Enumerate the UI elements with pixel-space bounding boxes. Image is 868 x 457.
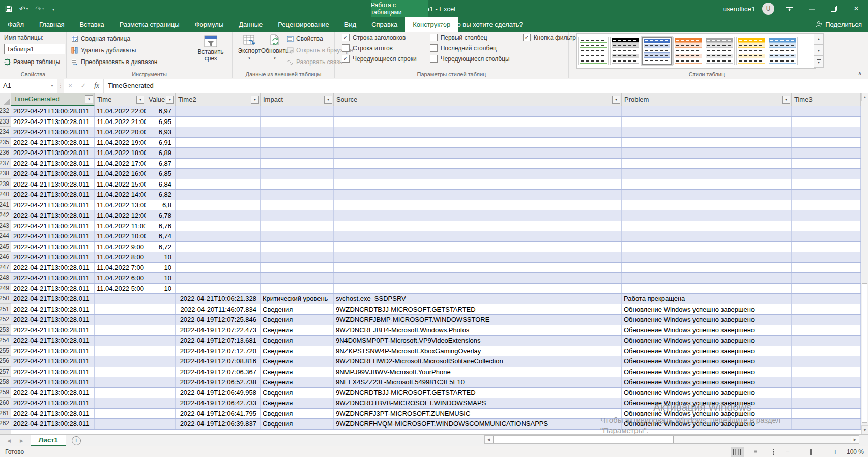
- account-name[interactable]: useroffice1: [723, 5, 755, 13]
- cell-problem-233[interactable]: [622, 117, 792, 127]
- cell-time-233[interactable]: 11.04.2022 21:00: [95, 117, 146, 127]
- total-row-checkbox-icon[interactable]: [342, 44, 350, 52]
- zoom-in-icon[interactable]: +: [833, 448, 837, 456]
- cell-source-240[interactable]: [334, 190, 622, 200]
- cell-value-236[interactable]: 6,89: [146, 148, 176, 158]
- cell-time3-252[interactable]: [792, 315, 861, 325]
- cell-time3-261[interactable]: [792, 409, 861, 419]
- table-style-dark-black[interactable]: [610, 37, 640, 65]
- zoom-slider[interactable]: [794, 452, 829, 452]
- horizontal-scroll-thumb[interactable]: [493, 436, 674, 443]
- cell-tg-248[interactable]: 2022-04-21T13:00:28.011: [11, 273, 95, 283]
- cell-source-236[interactable]: [334, 148, 622, 158]
- cell-time2-248[interactable]: [176, 273, 261, 283]
- page-layout-view-icon[interactable]: [749, 447, 762, 457]
- cell-time2-233[interactable]: [176, 117, 261, 127]
- cell-time-250[interactable]: [95, 294, 146, 304]
- cell-impact-238[interactable]: [261, 169, 334, 179]
- cell-time3-255[interactable]: [792, 346, 861, 356]
- cell-time2-236[interactable]: [176, 148, 261, 158]
- cell-impact-250[interactable]: Критический уровень: [261, 294, 334, 304]
- cell-problem-245[interactable]: [622, 242, 792, 252]
- cell-source-256[interactable]: 9WZDNCRFHWD2-Microsoft.MicrosoftSolitair…: [334, 356, 622, 367]
- redo-button[interactable]: ↷▾: [35, 5, 44, 13]
- row-number-246[interactable]: 246: [0, 252, 11, 262]
- cell-tg-236[interactable]: 2022-04-21T13:00:28.011: [11, 148, 95, 158]
- cell-source-254[interactable]: 9N4D0MSMP0PT-Microsoft.VP9VideoExtension…: [334, 336, 622, 346]
- checkbox-last-column[interactable]: Последний столбец: [430, 44, 510, 52]
- cell-time-237[interactable]: 11.04.2022 17:00: [95, 159, 146, 169]
- cell-value-246[interactable]: 10: [146, 252, 176, 262]
- cell-time-246[interactable]: 11.04.2022 8:00: [95, 252, 146, 262]
- table-style-orange-medium[interactable]: [673, 37, 703, 65]
- cell-source-237[interactable]: [334, 159, 622, 169]
- cell-problem-252[interactable]: Обновление Windows успешно завершено: [622, 315, 792, 325]
- cell-impact-261[interactable]: Сведения: [261, 409, 334, 419]
- cell-impact-255[interactable]: Сведения: [261, 346, 334, 356]
- cell-time3-262[interactable]: [792, 419, 861, 429]
- checkbox-header-row[interactable]: ✓Строка заголовков: [342, 34, 417, 41]
- checkbox-banded-columns[interactable]: Чередующиеся столбцы: [430, 55, 510, 63]
- cell-problem-261[interactable]: Обновление Windows успешно завершено: [622, 409, 792, 419]
- cell-time-254[interactable]: [95, 336, 146, 346]
- cell-tg-262[interactable]: 2022-04-21T13:00:28.011: [11, 419, 95, 429]
- cell-source-245[interactable]: [334, 242, 622, 252]
- close-button[interactable]: ×: [849, 0, 864, 17]
- cell-impact-248[interactable]: [261, 273, 334, 283]
- cell-source-238[interactable]: [334, 169, 622, 179]
- cell-tg-256[interactable]: 2022-04-21T13:00:28.011: [11, 356, 95, 367]
- cell-value-237[interactable]: 6,87: [146, 159, 176, 169]
- cell-time2-253[interactable]: 2022-04-19T12:07:22.473: [176, 325, 261, 336]
- cell-tg-244[interactable]: 2022-04-21T13:00:28.011: [11, 231, 95, 241]
- cell-tg-258[interactable]: 2022-04-21T13:00:28.011: [11, 377, 95, 387]
- cell-source-244[interactable]: [334, 231, 622, 241]
- cell-time2-258[interactable]: 2022-04-19T12:06:52.738: [176, 377, 261, 387]
- column-header-time3[interactable]: Time3: [792, 93, 861, 106]
- sheet-next-icon[interactable]: ▶: [20, 438, 23, 443]
- cell-impact-247[interactable]: [261, 263, 334, 273]
- cell-time2-239[interactable]: [176, 179, 261, 190]
- table-style-green-grid[interactable]: [578, 37, 609, 65]
- cell-time2-255[interactable]: 2022-04-19T12:07:12.720: [176, 346, 261, 356]
- cell-value-234[interactable]: 6,93: [146, 127, 176, 137]
- row-number-242[interactable]: 242: [0, 210, 11, 221]
- cell-time3-233[interactable]: [792, 117, 861, 127]
- cell-tg-242[interactable]: 2022-04-21T13:00:28.011: [11, 210, 95, 221]
- cell-problem-255[interactable]: Обновление Windows успешно завершено: [622, 346, 792, 356]
- cell-time2-251[interactable]: 2022-04-20T11:46:07.834: [176, 304, 261, 315]
- cell-problem-260[interactable]: Обновление Windows успешно завершено: [622, 398, 792, 408]
- cell-problem-241[interactable]: [622, 200, 792, 210]
- header-row-checkbox-icon[interactable]: ✓: [342, 34, 350, 41]
- cell-value-248[interactable]: 10: [146, 273, 176, 283]
- cell-time3-239[interactable]: [792, 179, 861, 190]
- cell-time2-238[interactable]: [176, 169, 261, 179]
- cell-time3-236[interactable]: [792, 148, 861, 158]
- cell-impact-244[interactable]: [261, 231, 334, 241]
- first-column-checkbox-icon[interactable]: [430, 34, 438, 41]
- cell-time-235[interactable]: 11.04.2022 19:00: [95, 138, 146, 148]
- cell-source-249[interactable]: [334, 284, 622, 294]
- row-number-251[interactable]: 251: [0, 304, 11, 315]
- cell-tg-250[interactable]: 2022-04-21T13:00:28.011: [11, 294, 95, 304]
- last-column-checkbox-icon[interactable]: [430, 44, 438, 52]
- cell-value-233[interactable]: 6,95: [146, 117, 176, 127]
- cell-value-259[interactable]: [146, 388, 176, 398]
- row-number-235[interactable]: 235: [0, 138, 11, 148]
- cell-impact-254[interactable]: Сведения: [261, 336, 334, 346]
- cell-time2-240[interactable]: [176, 190, 261, 200]
- cell-time-239[interactable]: 11.04.2022 15:00: [95, 179, 146, 190]
- zoom-level[interactable]: 100 %: [843, 448, 864, 455]
- cell-time2-250[interactable]: 2022-04-21T10:06:21.328: [176, 294, 261, 304]
- column-header-problem[interactable]: Problem▾: [622, 93, 792, 106]
- cell-time3-260[interactable]: [792, 398, 861, 408]
- row-number-232[interactable]: 232: [0, 106, 11, 116]
- cell-tg-240[interactable]: 2022-04-21T13:00:28.011: [11, 190, 95, 200]
- row-number-262[interactable]: 262: [0, 419, 11, 429]
- cell-value-255[interactable]: [146, 346, 176, 356]
- scroll-right-icon[interactable]: ▶: [851, 435, 859, 444]
- row-number-255[interactable]: 255: [0, 346, 11, 356]
- cell-time-241[interactable]: 11.04.2022 13:00: [95, 200, 146, 210]
- cell-time3-250[interactable]: [792, 294, 861, 304]
- cell-source-233[interactable]: [334, 117, 622, 127]
- cell-value-235[interactable]: 6,91: [146, 138, 176, 148]
